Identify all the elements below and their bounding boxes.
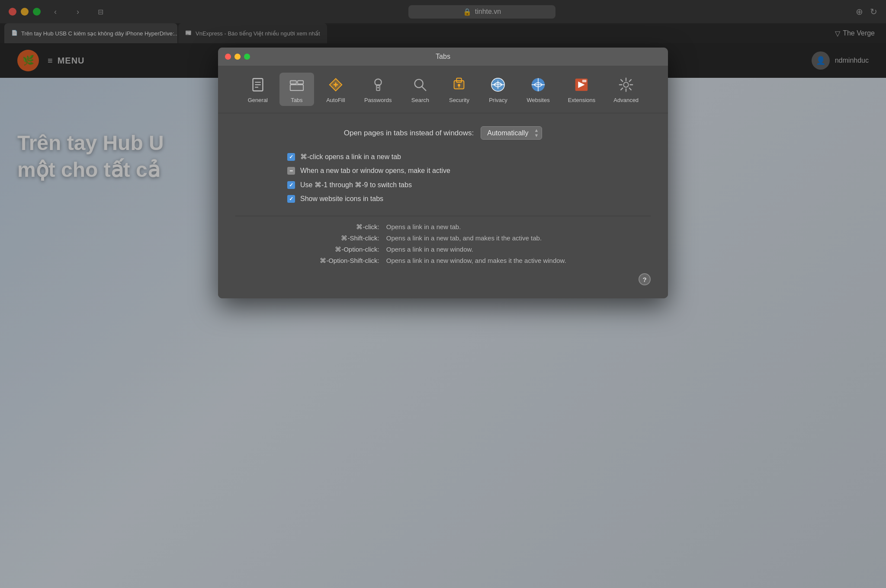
toolbar-item-general[interactable]: General [241, 73, 275, 106]
svg-point-28 [623, 82, 628, 87]
checkbox-show-icons[interactable] [287, 195, 295, 203]
checkbox-cmd-click-label: ⌘-click opens a link in a new tab [300, 153, 401, 161]
shortcut-desc-4: Opens a link in a new window, and makes … [386, 257, 566, 265]
toolbar-item-passwords[interactable]: Passwords [357, 73, 399, 106]
modal-overlay: Tabs General [0, 0, 886, 588]
open-pages-row: Open pages in tabs instead of windows: N… [235, 126, 651, 140]
shortcut-key-2: ⌘-Shift-click: [320, 234, 379, 242]
toolbar-item-security[interactable]: Security [442, 73, 476, 106]
shortcut-key-3: ⌘-Option-click: [320, 246, 379, 253]
modal-title-bar: Tabs [218, 48, 668, 66]
shortcut-desc-1: Opens a link in a new tab. [386, 223, 566, 231]
modal-content: Open pages in tabs instead of windows: N… [218, 113, 668, 298]
svg-rect-4 [290, 81, 296, 84]
privacy-label: Privacy [489, 97, 507, 103]
modal-maximize-button[interactable] [244, 54, 250, 60]
shortcut-desc-2: Opens a link in a new tab, and makes it … [386, 234, 566, 242]
websites-label: Websites [526, 97, 549, 103]
toolbar-item-search[interactable]: Search [403, 73, 437, 106]
svg-point-17 [458, 84, 461, 86]
checkbox-new-tab[interactable] [287, 167, 295, 175]
tabs-icon [287, 75, 306, 94]
open-pages-label: Open pages in tabs instead of windows: [344, 129, 474, 137]
modal-close-button[interactable] [225, 54, 231, 60]
svg-point-11 [377, 87, 379, 89]
checkbox-new-tab-label: When a new tab or window opens, make it … [300, 167, 450, 175]
passwords-label: Passwords [364, 97, 392, 103]
svg-rect-6 [290, 85, 303, 90]
checkbox-row-switch-tabs: Use ⌘-1 through ⌘-9 to switch tabs [287, 181, 651, 189]
checkbox-switch-tabs[interactable] [287, 181, 295, 189]
websites-icon [529, 75, 548, 94]
checkbox-row-show-icons: Show website icons in tabs [287, 195, 651, 203]
toolbar-item-advanced[interactable]: Advanced [607, 73, 645, 106]
extensions-label: Extensions [568, 97, 596, 103]
toolbar-item-websites[interactable]: Websites [520, 73, 556, 106]
modal-title: Tabs [436, 53, 450, 61]
toolbar-item-privacy[interactable]: Privacy [481, 73, 515, 106]
svg-rect-27 [582, 80, 587, 83]
tabs-label: Tabs [291, 97, 302, 103]
svg-line-13 [422, 86, 426, 91]
general-label: General [248, 97, 268, 103]
passwords-icon [369, 75, 388, 94]
modal-toolbar: General Tabs [218, 66, 668, 113]
modal-minimize-button[interactable] [234, 54, 241, 60]
modal-traffic-lights [225, 54, 250, 60]
svg-rect-5 [298, 81, 303, 84]
general-icon [248, 75, 267, 94]
checkbox-list: ⌘-click opens a link in a new tab When a… [287, 153, 651, 203]
modal-window: Tabs General [218, 48, 668, 298]
extensions-icon [572, 75, 591, 94]
advanced-icon [616, 75, 636, 94]
toolbar-item-autofill[interactable]: AutoFill [318, 73, 353, 106]
dropdown-wrapper: Never Automatically Always ▲ ▼ [481, 126, 542, 140]
toolbar-item-extensions[interactable]: Extensions [561, 73, 603, 106]
autofill-label: AutoFill [326, 97, 345, 103]
privacy-icon [488, 75, 507, 94]
shortcuts-table: ⌘-click: Opens a link in a new tab. ⌘-Sh… [320, 223, 566, 265]
search-icon [411, 75, 430, 94]
shortcut-key-1: ⌘-click: [320, 223, 379, 231]
modal-divider [235, 216, 651, 216]
shortcut-desc-3: Opens a link in a new window. [386, 246, 566, 253]
advanced-label: Advanced [613, 97, 639, 103]
toolbar-item-tabs[interactable]: Tabs [279, 73, 314, 106]
open-pages-dropdown[interactable]: Never Automatically Always [481, 126, 542, 140]
checkbox-row-cmd-click: ⌘-click opens a link in a new tab [287, 153, 651, 161]
security-icon [449, 75, 469, 94]
security-label: Security [449, 97, 469, 103]
checkbox-switch-tabs-label: Use ⌘-1 through ⌘-9 to switch tabs [300, 181, 412, 189]
search-label: Search [411, 97, 429, 103]
checkbox-show-icons-label: Show website icons in tabs [300, 195, 383, 203]
shortcut-key-4: ⌘-Option-Shift-click: [320, 257, 379, 265]
help-button-row: ? [235, 273, 651, 285]
checkbox-cmd-click[interactable] [287, 153, 295, 161]
help-button[interactable]: ? [639, 273, 651, 285]
checkbox-row-new-tab: When a new tab or window opens, make it … [287, 167, 651, 175]
autofill-icon [326, 75, 345, 94]
